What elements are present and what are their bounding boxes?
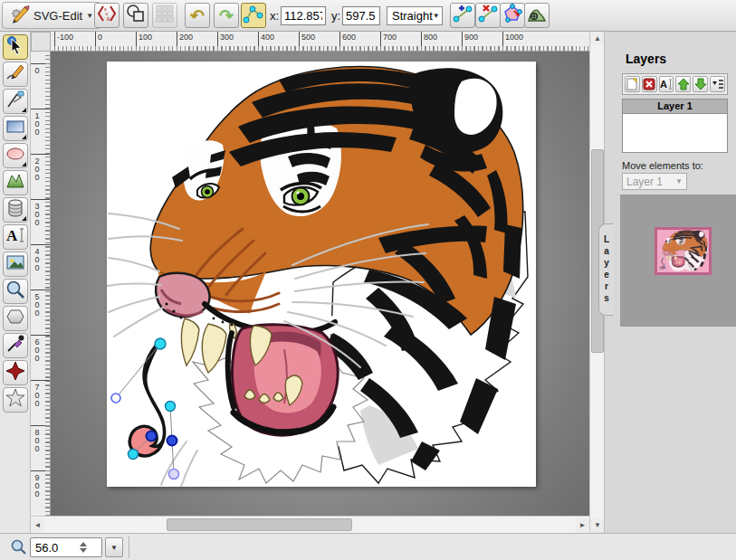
pencil-tool[interactable] (3, 62, 28, 87)
add-subpath-icon (526, 3, 548, 28)
zoom-level-box (30, 537, 102, 557)
shape-tool[interactable] (3, 360, 28, 385)
zoom-spinner[interactable] (80, 542, 87, 553)
svg-canvas[interactable] (107, 62, 536, 487)
polygon-tool[interactable] (3, 306, 28, 331)
svg-text:A: A (660, 79, 667, 90)
select-arrow-icon (5, 35, 25, 59)
layer-toolbar: A (622, 73, 728, 95)
magnifier-icon (5, 280, 25, 303)
undo-button[interactable]: ↶ (185, 3, 210, 28)
scroll-left-button[interactable]: ◄ (31, 518, 44, 532)
redo-icon: ↷ (219, 7, 234, 24)
move-layer-down-button[interactable] (693, 76, 708, 92)
move-layer-up-button[interactable] (675, 76, 691, 92)
zoom-tool[interactable] (3, 279, 28, 304)
grid-icon (156, 5, 174, 26)
menu-caret-icon: ▼ (86, 12, 93, 20)
node-x-icon (477, 3, 499, 28)
layers-panel-title: Layers (626, 52, 666, 66)
overview-panel (620, 195, 736, 327)
horizontal-scrollbar-thumb[interactable] (167, 518, 352, 531)
select-tool[interactable] (3, 34, 28, 60)
eyedropper-tool[interactable] (3, 333, 28, 358)
zoom-level-input[interactable] (31, 541, 78, 555)
hexagon-icon (5, 307, 25, 330)
pencil-icon (5, 62, 25, 86)
image-tool[interactable] (3, 252, 28, 277)
delete-node-button[interactable] (475, 3, 501, 28)
text-icon: A (5, 225, 25, 249)
layer-list: Layer 1 (622, 99, 728, 153)
flyout-indicator (22, 216, 26, 221)
zoom-preset-dropdown-button[interactable]: ▼ (105, 537, 123, 557)
left-tool-palette: A (0, 32, 31, 533)
node-plus-icon (452, 3, 473, 28)
star-icon (5, 388, 25, 412)
select-caret-icon: ▼ (433, 12, 440, 20)
edit-source-button[interactable]: s v g (94, 3, 119, 28)
new-layer-button[interactable] (625, 76, 640, 92)
open-path-icon (502, 3, 523, 28)
segment-type-select[interactable]: Straight ▼ (387, 6, 443, 25)
bottom-bar: ▼ (0, 533, 736, 560)
main-menu-button[interactable]: SVG-Edit ▼ (2, 2, 101, 29)
move-elements-select[interactable]: Layer 1 ▼ (622, 173, 687, 190)
layer-menu-button[interactable] (710, 76, 725, 92)
redo-button[interactable]: ↷ (214, 3, 239, 28)
scroll-down-button[interactable]: ▼ (590, 518, 605, 532)
open-path-button[interactable] (500, 3, 525, 28)
top-toolbar: SVG-Edit ▼ s v g (0, 0, 736, 32)
rename-layer-button[interactable]: A (659, 76, 674, 92)
red-star-icon (5, 361, 25, 384)
line-tool[interactable] (3, 89, 28, 114)
svg-text:A: A (6, 227, 18, 244)
segment-type-value: Straight (392, 9, 433, 23)
flyout-indicator (22, 108, 26, 112)
path-shape-icon (5, 171, 25, 195)
select-caret-icon: ▼ (675, 177, 683, 185)
shape-library-tool[interactable] (3, 197, 28, 223)
horizontal-scrollbar[interactable]: ◄ ► (31, 516, 589, 533)
path-node-overlay (111, 338, 179, 479)
bottom-bar-divider (129, 536, 129, 558)
flyout-indicator (22, 162, 26, 166)
flyout-indicator (22, 135, 26, 139)
svg-source-icon: s v g (97, 4, 117, 27)
ellipse-tool[interactable] (3, 143, 28, 168)
canvas-thumbnail[interactable] (655, 227, 712, 275)
scroll-right-button[interactable]: ► (576, 518, 589, 532)
tiger-drawing (107, 62, 536, 487)
undo-icon: ↶ (190, 7, 205, 24)
overlapping-shapes-icon (126, 4, 146, 27)
text-tool[interactable]: A (3, 224, 28, 250)
ruler-top: -10001002003004005006007008009001000 (51, 32, 589, 52)
insert-node-button[interactable] (450, 3, 475, 28)
workspace[interactable] (51, 52, 589, 516)
zoom-magnifier-icon (11, 539, 27, 559)
logo-icon (6, 2, 30, 29)
scroll-up-button[interactable]: ▲ (590, 32, 605, 45)
link-control-points-toggle[interactable] (241, 3, 266, 28)
grid-button[interactable] (152, 3, 177, 28)
add-subpath-button[interactable] (524, 3, 550, 28)
layers-panel: Layers A (604, 32, 736, 533)
x-coordinate-input[interactable] (281, 6, 326, 25)
move-elements-value: Layer 1 (626, 176, 663, 188)
delete-layer-button[interactable] (642, 76, 657, 92)
ruler-corner (31, 32, 51, 52)
layers-panel-toggle-tab[interactable]: Layers (598, 223, 614, 316)
layer-row-layer1[interactable]: Layer 1 (623, 100, 727, 114)
y-coordinate-label: y: (331, 9, 340, 23)
main-menu-label: SVG-Edit (33, 9, 82, 23)
eyedropper-icon (5, 334, 25, 357)
svg-text:g: g (107, 15, 110, 21)
y-coordinate-input[interactable] (342, 6, 380, 25)
rectangle-tool[interactable] (3, 116, 28, 141)
x-coordinate-label: x: (270, 9, 279, 23)
path-tool[interactable] (3, 170, 28, 195)
path-nodes-icon (243, 3, 264, 28)
shapes-button[interactable] (123, 3, 148, 28)
star-tool[interactable] (3, 387, 28, 413)
svg-edit-app: SVG-Edit ▼ s v g (0, 0, 736, 560)
